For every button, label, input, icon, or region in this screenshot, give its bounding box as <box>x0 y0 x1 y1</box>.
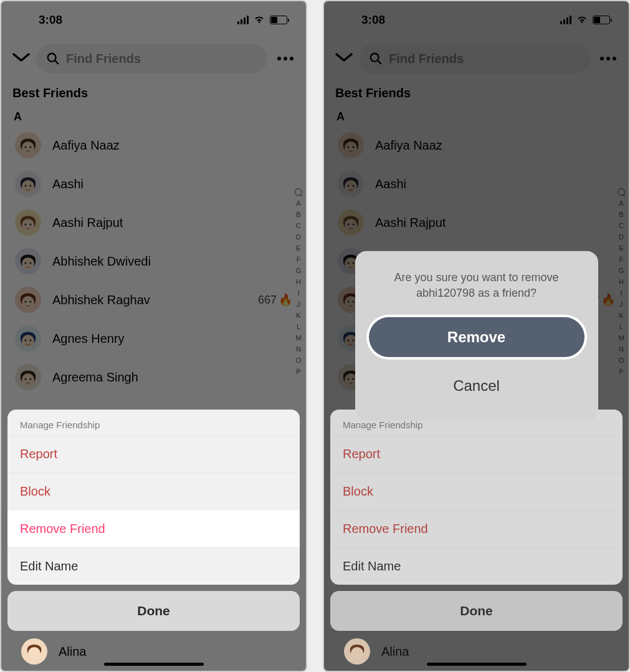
svg-point-28 <box>25 378 27 380</box>
svg-point-27 <box>22 373 34 386</box>
streak-count: 667🔥 <box>258 293 292 307</box>
index-letter[interactable]: L <box>297 323 300 330</box>
more-icon[interactable] <box>274 57 295 60</box>
sheet-report[interactable]: Report <box>7 435 300 473</box>
svg-point-31 <box>28 647 41 660</box>
svg-point-20 <box>25 301 27 303</box>
list-item[interactable]: Aashi Rajput <box>1 203 306 242</box>
done-button[interactable]: Done <box>7 591 300 631</box>
avatar <box>15 248 41 274</box>
search-placeholder: Find Friends <box>66 52 141 66</box>
friend-name: Aashi Rajput <box>52 216 292 230</box>
confirm-remove-highlight: Remove <box>366 315 587 360</box>
svg-point-0 <box>48 54 56 62</box>
list-item[interactable]: Aashi <box>1 165 306 203</box>
confirm-cancel-button[interactable]: Cancel <box>366 366 587 406</box>
avatar <box>15 171 41 197</box>
svg-point-15 <box>22 257 34 270</box>
svg-point-24 <box>25 340 27 342</box>
svg-line-1 <box>55 61 59 64</box>
phone-left: 3:08 Find Friends Best Friends A Aafiya … <box>0 0 307 672</box>
svg-point-9 <box>30 185 32 187</box>
svg-point-8 <box>25 185 27 187</box>
sheet-block[interactable]: Block <box>7 473 300 510</box>
svg-point-12 <box>25 224 27 226</box>
avatar <box>344 638 370 665</box>
sheet-remove-friend[interactable]: Remove Friend <box>7 510 300 547</box>
index-letter[interactable]: K <box>296 312 300 319</box>
peek-name: Alina <box>381 645 609 659</box>
index-letter[interactable]: F <box>297 256 301 263</box>
index-letter[interactable]: O <box>296 357 302 364</box>
list-item[interactable]: Abhishek Raghav 667🔥 <box>1 281 306 319</box>
section-best-friends: Best Friends <box>1 82 306 107</box>
status-time: 3:08 <box>39 13 62 27</box>
sheet-edit-name[interactable]: Edit Name <box>330 547 623 585</box>
index-letter[interactable]: C <box>296 222 301 229</box>
avatar <box>15 287 41 313</box>
sheet-card: Manage Friendship Report Block Remove Fr… <box>7 410 300 585</box>
action-sheet-right: Manage Friendship Report Block Remove Fr… <box>330 410 623 665</box>
svg-point-21 <box>30 301 32 303</box>
list-item[interactable]: Agnes Henry <box>1 319 306 358</box>
confirm-line1: Are you sure you want to remove <box>394 271 558 284</box>
status-bar: 3:08 <box>1 1 306 39</box>
friend-name: Aashi <box>52 177 292 191</box>
index-letter[interactable]: G <box>296 267 302 274</box>
wifi-icon <box>254 13 265 27</box>
sheet-edit-name[interactable]: Edit Name <box>7 547 300 585</box>
sheet-card: Manage Friendship Report Block Remove Fr… <box>330 410 623 585</box>
friend-list-left[interactable]: Aafiya Naaz Aashi Aashi Rajput Abhishek … <box>1 126 306 396</box>
flame-icon: 🔥 <box>279 293 292 307</box>
index-search-icon[interactable] <box>295 188 302 196</box>
svg-point-16 <box>25 262 27 264</box>
sheet-title: Manage Friendship <box>7 410 300 435</box>
svg-point-17 <box>30 262 32 264</box>
index-letter[interactable]: J <box>297 300 300 308</box>
peek-row: Alina <box>7 638 300 665</box>
svg-point-19 <box>22 296 34 309</box>
svg-point-13 <box>30 224 32 226</box>
cellular-icon <box>237 16 249 24</box>
confirm-message: Are you sure you want to remove abhi1207… <box>366 270 587 315</box>
index-letter[interactable]: P <box>296 368 300 375</box>
sheet-remove-friend[interactable]: Remove Friend <box>330 510 623 547</box>
list-item[interactable]: Aafiya Naaz <box>1 126 306 165</box>
confirm-remove-button[interactable]: Remove <box>369 317 585 357</box>
index-rail-left[interactable]: ABCDEFGHIJKLMNOP <box>295 188 302 375</box>
friend-name: Agnes Henry <box>52 332 292 346</box>
index-letter[interactable]: D <box>296 233 301 241</box>
friend-name: Agreema Singh <box>52 370 292 385</box>
done-button[interactable]: Done <box>330 591 623 631</box>
svg-point-3 <box>22 142 34 154</box>
index-letter[interactable]: M <box>295 334 301 342</box>
index-letter[interactable]: H <box>296 278 301 286</box>
svg-point-11 <box>22 219 34 231</box>
home-indicator <box>104 663 204 666</box>
sheet-block[interactable]: Block <box>330 473 623 510</box>
sheet-report[interactable]: Report <box>330 435 623 473</box>
header: Find Friends <box>1 39 306 82</box>
search-input[interactable]: Find Friends <box>36 44 267 74</box>
friend-name: Abhishek Dwivedi <box>52 254 292 269</box>
battery-icon <box>270 16 287 24</box>
index-letter[interactable]: I <box>297 289 299 297</box>
list-item[interactable]: Agreema Singh <box>1 358 306 396</box>
avatar <box>15 325 41 352</box>
confirm-dialog: Are you sure you want to remove abhi1207… <box>355 251 598 421</box>
svg-point-25 <box>30 340 32 342</box>
status-icons <box>237 13 287 27</box>
friend-name: Aafiya Naaz <box>52 138 292 153</box>
avatar <box>15 209 41 236</box>
index-letter[interactable]: E <box>296 244 300 252</box>
friend-name: Abhishek Raghav <box>52 293 247 307</box>
svg-point-4 <box>25 146 27 148</box>
index-letter[interactable]: B <box>296 211 300 218</box>
index-letter[interactable]: N <box>296 345 301 353</box>
home-indicator <box>427 663 527 666</box>
chevron-down-icon[interactable] <box>12 52 30 65</box>
list-item[interactable]: Abhishek Dwivedi <box>1 242 306 281</box>
avatar <box>21 638 47 665</box>
peek-row: Alina <box>330 638 623 665</box>
index-letter[interactable]: A <box>296 199 300 207</box>
